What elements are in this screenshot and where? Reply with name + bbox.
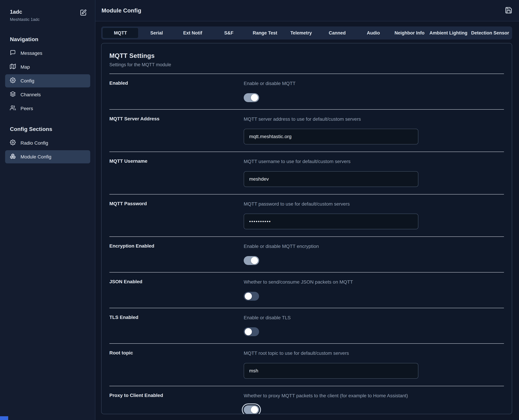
toggle-knob [251,406,258,413]
toggle-knob [245,293,252,300]
setting-label: MQTT Username [109,158,244,187]
tab-ext-notif[interactable]: Ext Notif [175,28,211,38]
layers-icon [10,91,16,98]
setting-row-username: MQTT Username MQTT username to use for d… [109,152,504,194]
sidebar-item-peers[interactable]: Peers [5,102,90,115]
setting-row-enabled: Enabled Enable or disable MQTT [109,74,504,109]
mqtt-server-address-input[interactable] [244,129,418,144]
sidebar-item-label: Channels [21,92,41,98]
setting-label: MQTT Password [109,201,244,229]
setting-description: Enable or disable MQTT encryption [244,243,418,250]
setting-description: Enable or disable MQTT [244,80,418,87]
tls-toggle[interactable] [244,327,259,336]
setting-label: Encryption Enabled [109,243,244,265]
sidebar-item-label: Radio Config [21,140,48,146]
bottom-left-accent [0,416,8,420]
setting-description: Enable or disable TLS [244,314,418,321]
page-header: Module Config [95,0,519,21]
sidebar: 1adc Meshtastic 1adc Navigation Messages… [0,0,95,420]
setting-row-password: MQTT Password MQTT password to use for d… [109,194,504,237]
setting-description: MQTT server address to use for default/c… [244,116,418,123]
tab-canned[interactable]: Canned [319,28,355,38]
device-name: 1adc [10,9,39,15]
config-sections-heading: Config Sections [10,126,90,132]
sidebar-item-label: Module Config [21,154,51,160]
setting-label: Proxy to Client Enabled [109,392,244,414]
setting-description: Whether to send/consume JSON packets on … [244,279,418,286]
sidebar-item-module-config[interactable]: Module Config [5,150,90,163]
message-square-icon [10,50,16,57]
tab-serial[interactable]: Serial [139,28,174,38]
panel-subtitle: Settings for the MQTT module [109,62,504,68]
setting-row-encryption: Encryption Enabled Enable or disable MQT… [109,236,504,272]
tab-mqtt[interactable]: MQTT [102,28,139,38]
tab-ambient-lighting[interactable]: Ambient Lighting [427,28,469,38]
module-tabs: MQTT Serial Ext Notif S&F Range Test Tel… [101,26,512,39]
users-icon [10,105,16,112]
setting-label: TLS Enabled [109,314,244,336]
device-subtitle: Meshtastic 1adc [10,17,39,22]
setting-description: MQTT root topic to use for default/custo… [244,350,418,357]
sidebar-item-channels[interactable]: Channels [5,88,90,101]
nav-heading: Navigation [10,36,90,43]
toggle-knob [251,94,258,101]
setting-row-server-address: MQTT Server Address MQTT server address … [109,109,504,152]
sidebar-item-label: Messages [21,51,42,56]
enabled-toggle[interactable] [244,93,259,102]
panel-header: MQTT Settings Settings for the MQTT modu… [109,43,504,74]
proxy-to-client-toggle[interactable] [244,405,259,414]
sidebar-item-label: Peers [21,106,33,111]
encryption-toggle[interactable] [244,256,259,265]
mqtt-settings-panel: MQTT Settings Settings for the MQTT modu… [101,43,512,414]
sidebar-item-radio-config[interactable]: Radio Config [5,136,90,150]
toggle-knob [251,257,258,264]
json-toggle[interactable] [244,292,259,301]
tab-range-test[interactable]: Range Test [247,28,283,38]
edit-pencil-icon [80,9,87,16]
mqtt-username-input[interactable] [244,171,418,187]
sidebar-item-messages[interactable]: Messages [5,47,90,60]
setting-row-json: JSON Enabled Whether to send/consume JSO… [109,272,504,308]
save-button[interactable] [505,7,512,15]
setting-row-root-topic: Root topic MQTT root topic to use for de… [109,343,504,386]
gear-icon [10,77,16,84]
sidebar-item-map[interactable]: Map [5,60,90,74]
edit-device-button[interactable] [79,9,87,17]
setting-label: JSON Enabled [109,279,244,301]
device-info: 1adc Meshtastic 1adc [10,9,39,22]
setting-description: MQTT password to use for default/custom … [244,201,418,208]
panel-title: MQTT Settings [109,52,504,60]
setting-label: Root topic [109,350,244,379]
setting-row-tls: TLS Enabled Enable or disable TLS [109,308,504,344]
setting-label: Enabled [109,80,244,102]
page-title: Module Config [101,7,141,14]
mqtt-password-input[interactable] [244,214,418,229]
sidebar-item-label: Config [21,78,34,84]
setting-label: MQTT Server Address [109,116,244,145]
gear-icon [10,140,16,146]
setting-description: MQTT username to use for default/custom … [244,158,418,165]
root-topic-input[interactable] [244,363,418,379]
tab-detection-sensor[interactable]: Detection Sensor [469,28,511,38]
main-area: Module Config MQTT Serial Ext Notif S&F … [95,0,519,420]
sidebar-item-label: Map [21,64,30,70]
tab-audio[interactable]: Audio [355,28,391,38]
tab-s-and-f[interactable]: S&F [211,28,247,38]
map-icon [10,64,16,70]
device-header: 1adc Meshtastic 1adc [5,9,90,22]
boxes-icon [10,153,16,160]
tab-neighbor-info[interactable]: Neighbor Info [392,28,427,38]
toggle-knob [245,328,252,335]
tab-telemetry[interactable]: Telemetry [283,28,319,38]
sidebar-item-config[interactable]: Config [5,74,90,87]
save-icon [505,7,512,15]
setting-row-proxy-to-client: Proxy to Client Enabled Whether to proxy… [109,386,504,414]
setting-description: Whether to proxy MQTT packets to the cli… [244,392,418,399]
